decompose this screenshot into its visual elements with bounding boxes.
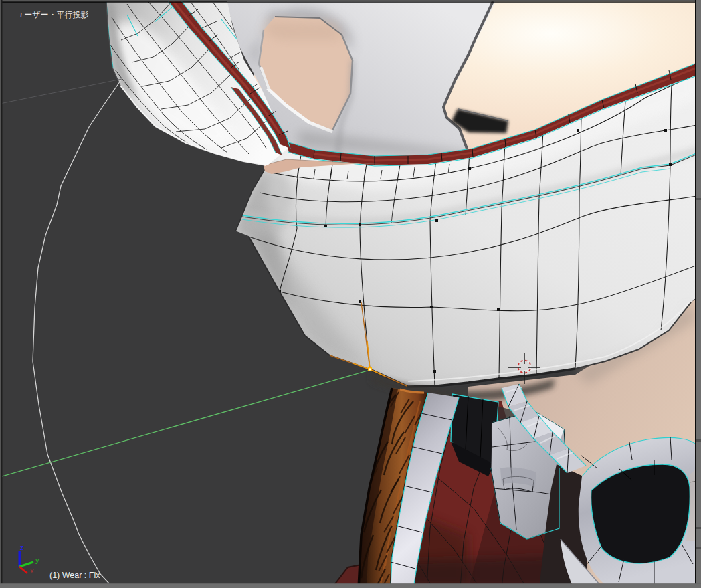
svg-text:x: x	[30, 567, 34, 575]
svg-text:ユーザー・平行投影: ユーザー・平行投影	[16, 10, 89, 19]
svg-text:y: y	[35, 556, 39, 564]
svg-text:z: z	[20, 543, 24, 551]
svg-text:(1) Wear : Fix: (1) Wear : Fix	[49, 571, 100, 580]
